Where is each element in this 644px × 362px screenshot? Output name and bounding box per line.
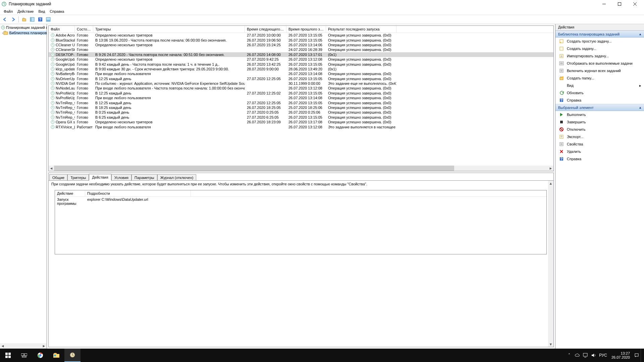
tray-expand-icon[interactable]: ˄ (565, 349, 573, 362)
start-button[interactable] (0, 349, 16, 362)
action-item[interactable]: Создать папку... (555, 74, 644, 82)
scroll-right-icon[interactable]: ► (548, 166, 553, 171)
task-row[interactable]: NVIDIA GeF...ГотовоПо событию - журнал: … (49, 81, 553, 86)
explorer-button[interactable] (48, 349, 64, 362)
collapse-icon[interactable]: ▴ (639, 105, 641, 110)
tray-clock[interactable]: 13:27 26.07.2020 (609, 351, 633, 359)
task-row[interactable]: NvTmRep_C...ГотовоВ 6:25 каждый день27.0… (49, 115, 553, 120)
task-row[interactable]: NvTmRep_C...ГотовоВ 0:25 каждый день27.0… (49, 110, 553, 115)
task-hscroll[interactable]: ◄ ► (49, 166, 553, 171)
scroll-up-icon[interactable]: ▲ (548, 181, 553, 186)
acol-details[interactable]: Подробности (85, 190, 191, 196)
task-last: 26.07.2020 13:15:05 (286, 33, 326, 37)
col-next[interactable]: Время следующего запуска (245, 26, 286, 33)
action-item[interactable]: Свойства (555, 140, 644, 148)
back-button[interactable] (1, 16, 9, 23)
task-row[interactable]: Adobe Acro...ГотовоОпределено несколько … (49, 33, 553, 38)
action-item[interactable]: Вид▸ (555, 82, 644, 89)
task-row[interactable]: CCleaner Up...ГотовоОпределено несколько… (49, 43, 553, 47)
menu-file[interactable]: Файл (1, 9, 15, 14)
show-desktop-button[interactable] (641, 349, 643, 362)
action-icon (559, 112, 564, 117)
task-row[interactable]: NvTmRep_C...ГотовоВ 18:25 каждый день26.… (49, 105, 553, 110)
tab-triggers[interactable]: Триггеры (67, 174, 89, 181)
task-row[interactable]: RTXVoice_{B...РаботаетПри входе любого п… (49, 124, 553, 129)
col-result[interactable]: Результат последнего запуска (326, 26, 396, 33)
task-row[interactable]: NvBatteryBo...ГотовоПри входе любого пол… (49, 71, 553, 76)
tab-general[interactable]: Общие (49, 174, 67, 181)
up-button[interactable] (20, 16, 28, 23)
task-view-button[interactable] (16, 349, 32, 362)
tray-volume-icon[interactable] (589, 349, 597, 362)
col-state[interactable]: Состояние (75, 26, 93, 33)
action-item[interactable]: Экспорт... (555, 133, 644, 140)
action-item[interactable]: Отключить (555, 126, 644, 133)
chrome-button[interactable] (32, 349, 48, 362)
tab-actions[interactable]: Действия (89, 174, 111, 181)
tree-library[interactable]: › Библиотека планировщ (1, 30, 46, 36)
task-row[interactable]: NvNodeLau...ГотовоПри входе любого польз… (49, 86, 553, 90)
task-row[interactable]: CCleanerSki...Готово24.07.2020 16:28:39О… (49, 47, 553, 52)
maximize-button[interactable] (612, 0, 627, 8)
forward-button[interactable] (9, 16, 17, 23)
help-button[interactable]: ? (37, 16, 44, 23)
action-item[interactable]: Удалить (555, 148, 644, 155)
minimize-button[interactable] (596, 0, 612, 8)
tray-onedrive-icon[interactable] (573, 349, 581, 362)
action-item[interactable]: Создать простую задачу... (555, 38, 644, 45)
collapse-icon[interactable]: ▴ (639, 32, 641, 36)
toolbar-pane-icon[interactable] (29, 16, 36, 23)
scroll-left-icon[interactable]: ◄ (49, 166, 54, 171)
menu-view[interactable]: Вид (36, 9, 47, 14)
task-row[interactable]: BlueStacksH...ГотовоВ 13:06 19.06.2020 -… (49, 38, 553, 42)
col-triggers[interactable]: Триггеры (93, 26, 245, 33)
tab-settings[interactable]: Параметры (131, 174, 157, 181)
task-row[interactable]: DESKTOP-18...ГотовоВ 9:26 24.07.2020 - Ч… (49, 52, 553, 57)
task-row[interactable]: NvDriverUp...ГотовоВ 12:25 каждый день27… (49, 76, 553, 81)
task-row[interactable]: Opera GX sc...ГотовоОпределено несколько… (49, 120, 553, 124)
action-item[interactable]: Отображать все выполняемые задачи (555, 60, 644, 67)
task-name: NvBatteryBo... (56, 72, 75, 76)
action-item[interactable]: ?Справка (555, 155, 644, 163)
tray-notifications-icon[interactable] (633, 349, 641, 362)
action-item[interactable]: Выполнить (555, 111, 644, 118)
action-icon (559, 127, 564, 132)
close-button[interactable] (627, 0, 643, 8)
task-row[interactable]: NvProfileUp...ГотовоВ 12:25 каждый день2… (49, 91, 553, 96)
scheduler-button[interactable] (64, 349, 80, 362)
hscroll-thumb[interactable] (54, 166, 454, 171)
tree-hscroll[interactable]: ◄ ► (0, 343, 47, 349)
scroll-down-icon[interactable]: ▼ (548, 342, 553, 347)
main-area: Планировщик заданий (Лок › Библиотека пл… (0, 24, 644, 349)
scroll-right-icon[interactable]: ► (41, 343, 47, 349)
action-item[interactable]: Импортировать задачу... (555, 52, 644, 60)
task-row[interactable]: NvProfileUp...ГотовоПри входе любого пол… (49, 96, 553, 100)
action-item[interactable]: Создать задачу... (555, 45, 644, 52)
toolbar-details-icon[interactable] (45, 16, 52, 23)
detail-vscroll[interactable]: ▲ ▼ (548, 181, 553, 347)
action-item[interactable]: Включить журнал всех заданий (555, 67, 644, 74)
actions-section-selected[interactable]: Выбранный элемент ▴ (555, 104, 644, 111)
svg-rect-60 (635, 354, 638, 356)
task-row[interactable]: GoogleUpda...ГотовоОпределено несколько … (49, 57, 553, 62)
task-row[interactable]: klcp_updateГотовоВ 9:00 каждые 30 дн. - … (49, 67, 553, 71)
tray-network-icon[interactable] (581, 349, 589, 362)
menu-help[interactable]: Справка (47, 9, 66, 14)
tab-conditions[interactable]: Условия (111, 174, 131, 181)
actions-section-library[interactable]: Библиотека планировщика заданий ▴ (555, 31, 644, 38)
tab-history[interactable]: Журнал (отключен) (157, 174, 197, 181)
action-item[interactable]: Завершить (555, 118, 644, 126)
acol-action[interactable]: Действие (55, 190, 85, 196)
task-row[interactable]: NvTmRep_C...ГотовоВ 12:25 каждый день27.… (49, 100, 553, 105)
menu-action[interactable]: Действие (15, 9, 36, 14)
action-row[interactable]: Запуск программы explorer C:\Windows\Dat… (55, 197, 546, 206)
tree-root[interactable]: Планировщик заданий (Лок (1, 25, 46, 30)
tray-language[interactable]: РУС (597, 349, 609, 362)
task-row[interactable]: GoogleUpda...ГотовоВ 9:42 каждый день - … (49, 62, 553, 66)
action-item[interactable]: Обновить (555, 89, 644, 97)
col-last[interactable]: Время прошлого запуска (286, 26, 326, 33)
action-item[interactable]: ?Справка (555, 97, 644, 104)
scroll-left-icon[interactable]: ◄ (0, 343, 5, 349)
col-name[interactable]: Файл (49, 26, 75, 33)
task-last: 26.07.2020 13:17:08 (286, 120, 326, 124)
